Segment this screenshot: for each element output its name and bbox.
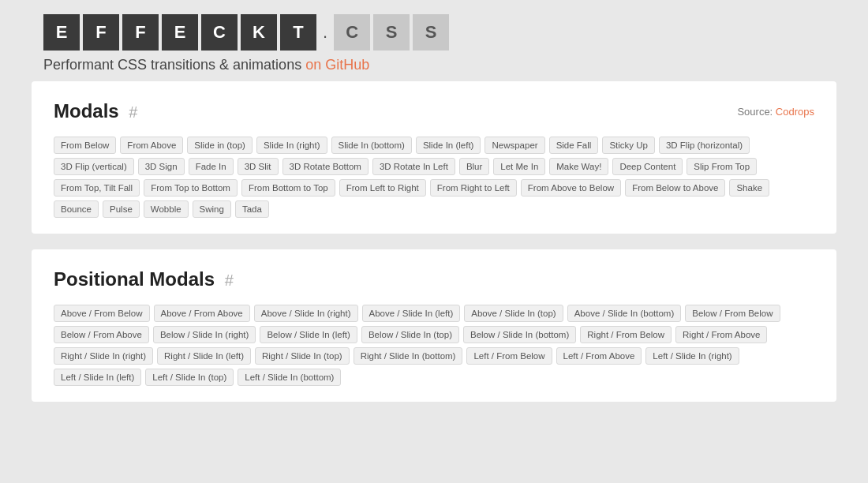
modal-tag[interactable]: Slide In (left)	[416, 137, 481, 154]
modal-tag[interactable]: 3D Flip (horizontal)	[659, 137, 750, 154]
positional-tag[interactable]: Below / From Above	[54, 326, 149, 343]
modal-tag[interactable]: From Above	[120, 137, 183, 154]
positional-tag[interactable]: Below / Slide In (left)	[260, 326, 357, 343]
positional-tag[interactable]: Left / Slide In (bottom)	[238, 369, 341, 386]
modal-tag[interactable]: From Left to Right	[339, 179, 426, 197]
positional-modals-title: Positional Modals #	[54, 268, 234, 290]
positional-tag[interactable]: Right / Slide In (top)	[255, 347, 350, 365]
positional-tag[interactable]: Right / Slide In (right)	[54, 347, 153, 365]
positional-tag[interactable]: Above / From Above	[154, 305, 250, 322]
modal-tag[interactable]: Tada	[235, 200, 269, 218]
subtitle: Performant CSS transitions & animations …	[43, 57, 825, 73]
positional-tag[interactable]: Below / Slide In (top)	[361, 326, 459, 343]
logo-tile-f1: F	[83, 14, 119, 51]
modal-tag[interactable]: Bounce	[54, 200, 99, 218]
modal-tag[interactable]: Slip From Top	[687, 158, 757, 175]
modal-tag[interactable]: From Below to Above	[625, 179, 725, 197]
positional-tag[interactable]: Above / Slide In (right)	[254, 305, 358, 322]
logo-row: E F F E C K T . C S S	[43, 14, 825, 51]
positional-modals-hash: #	[225, 271, 234, 289]
modal-tag[interactable]: Slide In (right)	[256, 137, 327, 154]
positional-tag[interactable]: Above / Slide In (left)	[362, 305, 461, 322]
modal-tag[interactable]: Swing	[193, 200, 231, 218]
logo-tile-s1: S	[373, 14, 410, 51]
modal-tag[interactable]: Make Way!	[549, 158, 608, 175]
positional-tag[interactable]: Below / Slide In (right)	[153, 326, 256, 343]
modals-section-header: Modals # Source: Codrops	[54, 100, 814, 122]
modal-tag[interactable]: Slide in (top)	[187, 137, 253, 154]
modal-tag[interactable]: 3D Sign	[138, 158, 185, 175]
modals-title-text: Modals	[54, 100, 119, 122]
positional-modals-tags: Above / From BelowAbove / From AboveAbov…	[54, 305, 814, 386]
logo-tile-c1: C	[201, 14, 238, 51]
logo-tile-k: K	[241, 14, 277, 51]
positional-tag[interactable]: Right / From Below	[580, 326, 672, 343]
logo-tile-t: T	[280, 14, 316, 51]
modals-tags: From BelowFrom AboveSlide in (top)Slide …	[54, 137, 814, 218]
positional-tag[interactable]: Left / Slide In (top)	[145, 369, 234, 386]
modal-tag[interactable]: Sticky Up	[602, 137, 655, 154]
positional-tag[interactable]: Left / From Below	[466, 347, 552, 365]
logo-tile-c2: C	[334, 14, 370, 51]
modal-tag[interactable]: Slide In (bottom)	[331, 137, 412, 154]
source-label-text: Source:	[737, 106, 773, 118]
modal-tag[interactable]: Wobble	[144, 200, 189, 218]
modals-title: Modals #	[54, 100, 137, 122]
codrops-link[interactable]: Codrops	[776, 106, 814, 118]
subtitle-text: Performant CSS transitions & animations	[43, 57, 301, 73]
main-content: Modals # Source: Codrops From BelowFrom …	[0, 81, 868, 402]
positional-tag[interactable]: Left / Slide In (right)	[645, 347, 739, 365]
modal-tag[interactable]: From Below	[54, 137, 116, 154]
modal-tag[interactable]: 3D Rotate In Left	[372, 158, 455, 175]
positional-modals-section: Positional Modals # Above / From BelowAb…	[32, 249, 836, 402]
positional-tag[interactable]: Above / From Below	[54, 305, 150, 322]
modal-tag[interactable]: Pulse	[103, 200, 140, 218]
logo-tile-e2: E	[162, 14, 198, 51]
logo-tile-s2: S	[413, 14, 449, 51]
logo-tile-e1: E	[43, 14, 80, 51]
modal-tag[interactable]: Blur	[459, 158, 489, 175]
positional-tag[interactable]: Below / From Below	[685, 305, 780, 322]
github-link[interactable]: on GitHub	[305, 57, 369, 73]
modal-tag[interactable]: From Bottom to Top	[241, 179, 335, 197]
positional-tag[interactable]: Above / Slide In (bottom)	[567, 305, 682, 322]
modal-tag[interactable]: From Top to Bottom	[144, 179, 238, 197]
positional-tag[interactable]: Above / Slide In (top)	[464, 305, 563, 322]
modal-tag[interactable]: Let Me In	[493, 158, 545, 175]
modal-tag[interactable]: 3D Flip (vertical)	[54, 158, 134, 175]
positional-tag[interactable]: Left / From Above	[556, 347, 642, 365]
modal-tag[interactable]: Shake	[729, 179, 769, 197]
modal-tag[interactable]: From Above to Below	[521, 179, 621, 197]
positional-modals-title-text: Positional Modals	[54, 268, 215, 290]
modals-hash: #	[129, 103, 137, 121]
logo-dot: .	[323, 22, 327, 43]
modal-tag[interactable]: Newspaper	[485, 137, 544, 154]
modal-tag[interactable]: Side Fall	[549, 137, 599, 154]
modals-section: Modals # Source: Codrops From BelowFrom …	[32, 81, 836, 234]
modal-tag[interactable]: 3D Slit	[238, 158, 279, 175]
modal-tag[interactable]: 3D Rotate Bottom	[282, 158, 369, 175]
modal-tag[interactable]: From Right to Left	[430, 179, 517, 197]
positional-tag[interactable]: Right / Slide In (bottom)	[354, 347, 463, 365]
logo-tile-f2: F	[122, 14, 159, 51]
modal-tag[interactable]: Fade In	[189, 158, 234, 175]
positional-tag[interactable]: Right / Slide In (left)	[157, 347, 251, 365]
modals-source: Source: Codrops	[737, 106, 814, 118]
header: E F F E C K T . C S S Performant CSS tra…	[0, 0, 868, 81]
positional-tag[interactable]: Left / Slide In (left)	[54, 369, 141, 386]
positional-tag[interactable]: Below / Slide In (bottom)	[463, 326, 576, 343]
modal-tag[interactable]: Deep Content	[612, 158, 683, 175]
modal-tag[interactable]: From Top, Tilt Fall	[54, 179, 140, 197]
positional-modals-section-header: Positional Modals #	[54, 268, 814, 290]
positional-tag[interactable]: Right / From Above	[675, 326, 767, 343]
